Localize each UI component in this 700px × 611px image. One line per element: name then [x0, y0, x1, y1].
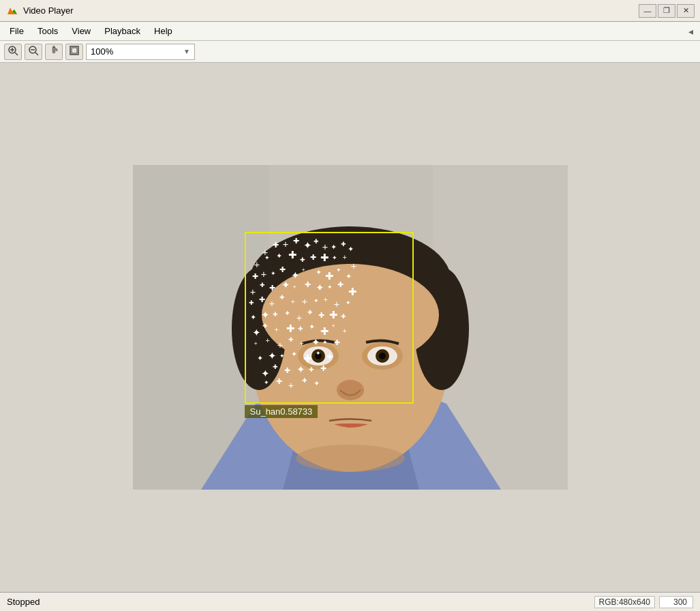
pan-button[interactable]: [45, 44, 63, 60]
title-bar: Video Player — ❐ ✕: [0, 0, 700, 22]
menu-help[interactable]: Help: [147, 24, 179, 38]
matlab-icon: [5, 4, 19, 18]
menu-file[interactable]: File: [3, 24, 31, 38]
restore-button[interactable]: ❐: [658, 4, 675, 18]
menu-bar: File Tools View Playback Help ◂: [0, 22, 700, 41]
face-bounding-box: [245, 232, 414, 404]
zoom-value: 100%: [91, 46, 113, 57]
menu-view[interactable]: View: [65, 24, 97, 38]
status-bar: Stopped RGB:480x640 300: [0, 592, 700, 611]
svg-line-1: [15, 53, 18, 55]
close-button[interactable]: ✕: [677, 4, 695, 18]
status-right: RGB:480x640 300: [594, 596, 693, 608]
fit-icon: [69, 45, 80, 58]
menu-playback[interactable]: Playback: [97, 24, 147, 38]
zoom-out-button[interactable]: [25, 44, 42, 60]
frame-number-display: 300: [659, 596, 693, 608]
resolution-display: RGB:480x640: [594, 596, 655, 608]
svg-rect-8: [72, 48, 77, 53]
menu-tools[interactable]: Tools: [31, 24, 65, 38]
chevron-down-icon: ▼: [183, 48, 190, 55]
zoom-in-button[interactable]: [4, 44, 22, 60]
minimize-button[interactable]: —: [639, 4, 656, 18]
fit-window-button[interactable]: [65, 44, 83, 60]
pan-icon: [48, 45, 59, 58]
video-frame: +✚+✚✦✚+✦✚✦+✦✦✚✚✚✚✦++✚+✦✚✦+✦✚✦✦+✚✚✦+✚✦✦✚✚…: [133, 165, 568, 490]
svg-point-27: [296, 445, 405, 472]
face-detection-label: Su_han0.58733: [245, 405, 318, 418]
playback-status: Stopped: [7, 597, 40, 607]
title-bar-left: Video Player: [5, 4, 73, 18]
window-title: Video Player: [23, 5, 73, 16]
zoom-dropdown[interactable]: 100% ▼: [86, 44, 195, 60]
menu-expand-icon: ◂: [684, 25, 697, 38]
main-content: +✚+✚✦✚+✦✚✦+✦✦✚✚✚✚✦++✚+✦✚✦+✦✚✦✦+✚✚✦+✚✦✦✚✚…: [0, 63, 700, 592]
zoom-out-icon: [28, 45, 39, 58]
title-bar-controls: — ❐ ✕: [639, 4, 695, 18]
zoom-in-icon: [7, 45, 18, 58]
toolbar: 100% ▼: [0, 41, 700, 63]
svg-line-5: [35, 53, 38, 55]
